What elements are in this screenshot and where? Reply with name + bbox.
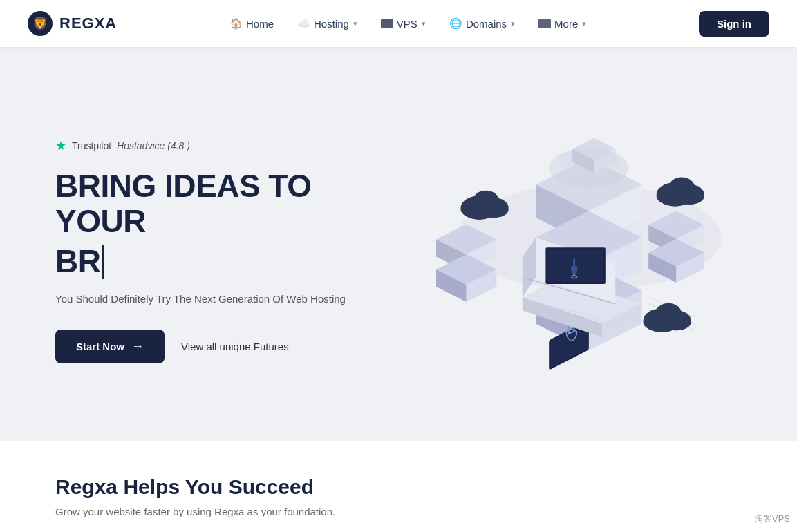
cloud-icon: ☁️ xyxy=(297,17,310,30)
trustpilot-badge: ★ Trustpilot Hostadvice (4.8 ) xyxy=(55,138,396,153)
nav-domains-label: Domains xyxy=(466,18,507,30)
bottom-subtitle: Grow your website faster by using Regxa … xyxy=(55,506,742,517)
domains-chevron-icon: ▾ xyxy=(511,19,515,28)
svg-point-45 xyxy=(662,314,691,330)
signin-button[interactable]: Sign in xyxy=(699,11,769,37)
bottom-title: Regxa Helps You Succeed xyxy=(55,475,742,499)
nav-vps-label: VPS xyxy=(397,18,418,30)
svg-point-35 xyxy=(479,202,508,218)
svg-text:🦁: 🦁 xyxy=(32,16,48,31)
nav-more-label: More xyxy=(554,18,578,30)
globe-icon: 🌐 xyxy=(449,17,462,30)
nav-item-home[interactable]: 🏠 Home xyxy=(220,12,283,35)
bottom-section: Regxa Helps You Succeed Grow your websit… xyxy=(0,441,797,532)
nav-hosting-label: Hosting xyxy=(314,18,349,30)
nav-home-label: Home xyxy=(246,18,274,30)
hero-illustration xyxy=(396,113,742,389)
nav-item-domains[interactable]: 🌐 Domains ▾ xyxy=(440,12,525,35)
hero-subtitle: You Should Definitely Try The Next Gener… xyxy=(55,293,396,305)
arrow-right-icon: → xyxy=(131,339,144,354)
start-now-label: Start Now xyxy=(76,341,124,352)
svg-point-62 xyxy=(559,146,619,175)
nav-item-more[interactable]: More ▾ xyxy=(529,12,596,35)
svg-point-40 xyxy=(675,189,704,205)
more-chevron-icon: ▾ xyxy=(582,19,586,28)
vps-icon xyxy=(381,19,393,28)
hero-title-line2: BR xyxy=(55,244,396,279)
server-illustration xyxy=(403,113,735,389)
home-icon: 🏠 xyxy=(229,17,243,30)
hero-title-line1: BRING IDEAS TO YOUR xyxy=(55,169,396,238)
cursor-blink xyxy=(102,245,104,279)
more-icon xyxy=(538,19,551,28)
vps-chevron-icon: ▾ xyxy=(422,19,426,28)
nav-item-vps[interactable]: VPS ▾ xyxy=(371,12,435,35)
hero-title-br-text: BR xyxy=(55,244,100,279)
logo-icon: 🦁 xyxy=(28,11,53,36)
trustpilot-label: Trustpilot xyxy=(72,140,111,151)
hero-section: ★ Trustpilot Hostadvice (4.8 ) BRING IDE… xyxy=(0,47,797,441)
logo-text: REGXA xyxy=(59,15,117,32)
nav-links: 🏠 Home ☁️ Hosting ▾ VPS ▾ 🌐 Domains ▾ Mo… xyxy=(220,12,596,35)
hero-actions: Start Now → View all unique Futures xyxy=(55,330,396,363)
hostadvice-label: Hostadvice (4.8 ) xyxy=(117,140,190,151)
hosting-chevron-icon: ▾ xyxy=(353,19,357,28)
logo-link[interactable]: 🦁 REGXA xyxy=(28,11,117,36)
hero-left: ★ Trustpilot Hostadvice (4.8 ) BRING IDE… xyxy=(55,138,396,363)
nav-item-hosting[interactable]: ☁️ Hosting ▾ xyxy=(288,12,367,35)
navbar: 🦁 REGXA 🏠 Home ☁️ Hosting ▾ VPS ▾ 🌐 Doma… xyxy=(0,0,797,47)
start-now-button[interactable]: Start Now → xyxy=(55,330,165,363)
star-icon: ★ xyxy=(55,138,66,153)
view-features-link[interactable]: View all unique Futures xyxy=(181,341,289,352)
